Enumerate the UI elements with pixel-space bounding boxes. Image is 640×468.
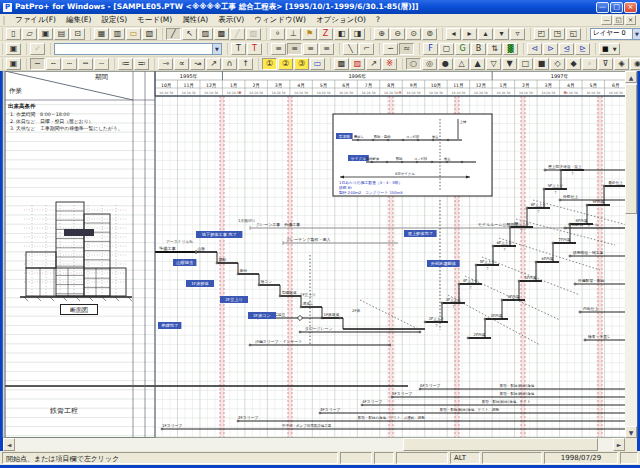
scroll-up-icon[interactable]: ▲ [625,71,637,83]
fit-none-button[interactable]: ⊵ [575,43,590,55]
line-corner-button[interactable]: ⌐ [359,43,374,55]
bold-button[interactable]: B [471,43,486,55]
lightning-tool-button[interactable]: Z [318,28,333,40]
list-style1-button[interactable]: ≔ [118,58,133,70]
hatch-red-button[interactable]: ▨ [350,58,365,70]
marker1-button[interactable]: ① [262,58,277,70]
send-back-button[interactable]: ◧ [334,28,349,40]
node-tri-up-button[interactable]: △ [454,58,469,70]
fit-left-button[interactable]: ⊲ [527,43,542,55]
line-dash-button[interactable]: ╌ [46,58,61,70]
horizontal-scrollbar[interactable]: ◄ ► [3,438,625,451]
wave-tool-button[interactable]: ≈ [399,43,414,55]
jump-left-button[interactable]: ◂ [446,28,461,40]
line-solid-button[interactable]: ─ [30,58,45,70]
marker2-button[interactable]: ② [278,58,293,70]
paste-attr-button[interactable]: ▩ [214,28,229,40]
frame-button[interactable]: ▢ [439,43,454,55]
flag-tool-button[interactable]: ⚑ [302,28,317,40]
horizontal-scroll-thumb[interactable] [403,438,598,451]
font-button[interactable]: F [423,43,438,55]
green-text-button[interactable]: G [455,43,470,55]
zoom-fit-button[interactable]: ⊙ [406,28,421,40]
chevron-down-icon[interactable]: ▼ [611,46,619,52]
node-tri-down-fill-button[interactable]: ▼ [502,58,517,70]
menu-file[interactable]: ファイル(F) [10,14,61,26]
draw-tool-button[interactable]: ╱ [166,28,181,40]
zoom-in-button[interactable]: ⊕ [374,28,389,40]
erase-button[interactable]: ▨ [246,28,261,40]
fit-right-button[interactable]: ⊳ [543,43,558,55]
select-tool-button[interactable]: ↖ [182,28,197,40]
copy-attr-button[interactable]: ▨ [198,28,213,40]
vertical-scroll-thumb[interactable] [625,84,637,214]
node-square-fill-button[interactable]: ■ [534,58,549,70]
link-curve-button[interactable]: ↝ [190,58,205,70]
node-diamond-button[interactable]: ◇ [550,58,565,70]
layer-select[interactable]: レイヤー 0▼ [590,28,640,40]
text-color-button[interactable]: T [247,43,262,55]
link-split-button[interactable]: ∝ [174,58,189,70]
node-circle-button[interactable]: ○ [406,58,421,70]
menu-attribute[interactable]: 属性(A) [177,14,213,26]
vertical-scrollbar[interactable]: ▲ ▼ [625,71,637,438]
link-diag-button[interactable]: ↗ [206,58,221,70]
node-small-circle-button[interactable]: ∘ [582,58,597,70]
fit-both-button[interactable]: ⊴ [559,43,574,55]
marker-bar-button[interactable]: ▭ [310,58,325,70]
apply-button[interactable]: ✓ [30,43,45,55]
line-dashdot-button[interactable]: ┉ [78,58,93,70]
draw2-button[interactable]: ╱ [230,28,245,40]
format-toggle-button[interactable]: ▣ [6,58,21,70]
jump-up-button[interactable]: ▴ [478,28,493,40]
align-justify-button[interactable]: ≡ [319,43,334,55]
menu-option[interactable]: オプション(O) [311,14,371,26]
chart-view-button[interactable]: ▦ [94,28,109,40]
maximize-button[interactable]: □ [610,2,623,13]
line-down-button[interactable]: ╲ [343,43,358,55]
window-tile-v-button[interactable]: ◳ [550,28,565,40]
node-funnel-button[interactable]: ⊽ [598,58,613,70]
node-diamond-split-button[interactable]: ◈ [614,58,629,70]
link-up-button[interactable]: ↑ [238,58,253,70]
node-diamond-fill-button[interactable]: ◆ [566,58,581,70]
scroll-right-icon[interactable]: ► [613,438,625,451]
node-square-button[interactable]: □ [518,58,533,70]
jump-down-button[interactable]: ▾ [494,28,509,40]
align-right-button[interactable]: ≡ [303,43,318,55]
open-button[interactable]: ▱ [22,28,37,40]
vertical-text-button[interactable]: ⇅ [487,43,502,55]
menu-help[interactable]: ? [371,14,385,26]
diagram-view-button[interactable]: ▧ [142,28,157,40]
node-circle-fill-button[interactable]: ● [438,58,453,70]
jump-bottom-button[interactable]: ▿ [510,28,525,40]
node-tri-down-button[interactable]: ▽ [486,58,501,70]
save-button[interactable]: ▣ [38,28,53,40]
menu-view[interactable]: 表示(V) [213,14,249,26]
node-circle-ring-button[interactable]: ◉ [630,58,640,70]
line-dashdotdot-button[interactable]: ┈ [94,58,109,70]
menu-mode[interactable]: モード(M) [132,14,177,26]
new-button[interactable]: ▯ [6,28,21,40]
pattern-text-button[interactable]: ▓ [503,43,518,55]
window-tile-h-button[interactable]: ◱ [566,28,581,40]
level-tool-button[interactable]: ⊥ [286,28,301,40]
list-style2-button[interactable]: ≕ [134,58,149,70]
bring-front-button[interactable]: ◨ [350,28,365,40]
scroll-left-icon[interactable]: ◄ [3,438,15,451]
align-left-button[interactable]: ≡ [271,43,286,55]
link-arc-button[interactable]: ∩ [222,58,237,70]
menu-settings[interactable]: 設定(S) [96,14,132,26]
hatch-button[interactable]: ▩ [334,58,349,70]
jump-right-button[interactable]: ▸ [462,28,477,40]
close-button[interactable]: × [624,2,637,13]
connect-tool-button[interactable]: ⚬ [270,28,285,40]
align-center-button[interactable]: ≡ [287,43,302,55]
line-dot-button[interactable]: ┄ [62,58,77,70]
marker3-button[interactable]: ③ [294,58,309,70]
zoom-out-button[interactable]: ⊖ [390,28,405,40]
menu-window[interactable]: ウィンドウ(W) [249,14,311,26]
table-view-button[interactable]: ▥ [110,28,125,40]
scroll-down-icon[interactable]: ▼ [625,426,637,438]
task-name-combo[interactable]: ▼ [54,43,222,55]
